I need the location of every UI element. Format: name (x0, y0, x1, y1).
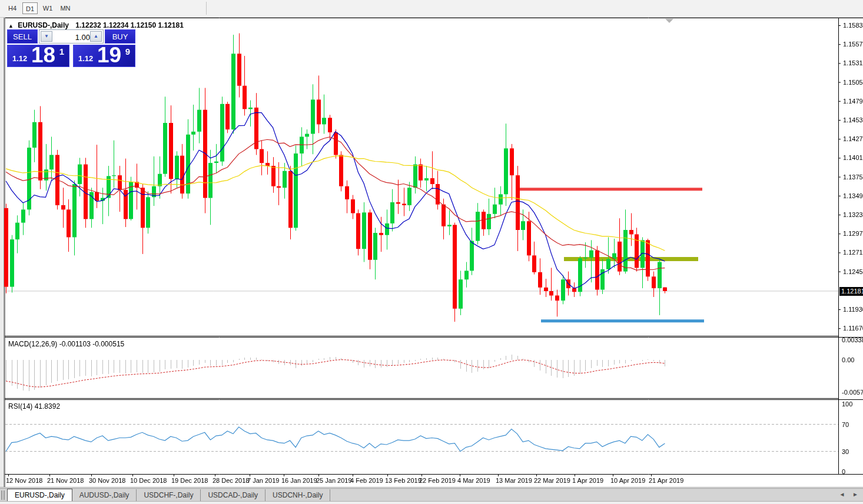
buy-price-prefix: 1.12 (78, 54, 93, 63)
date-tick-label: 25 Jan 2019 (316, 477, 352, 484)
chart-tabs: EURUSD-,DailyAUDUSD-,DailyUSDCHF-,DailyU… (7, 489, 330, 502)
date-tick-label: 1 Apr 2019 (572, 477, 603, 484)
chart-tab-eurusd[interactable]: EURUSD-,Daily (7, 489, 72, 502)
rsi-scale-label: 0 (842, 468, 845, 475)
ohlc-direction-up-icon: ▲ (8, 23, 14, 29)
buy-price-button[interactable]: 1.12 19 9 (73, 45, 135, 67)
date-tick-label: 19 Dec 2018 (171, 477, 208, 484)
date-tick-label: 10 Apr 2019 (610, 477, 645, 484)
chart-tab-bar: EURUSD-,DailyAUDUSD-,DailyUSDCHF-,DailyU… (0, 488, 863, 502)
volume-input[interactable] (55, 31, 91, 43)
price-tick-label: 1.11670 (843, 325, 863, 332)
date-tick-label: 22 Feb 2019 (419, 477, 456, 484)
price-tick-label: 1.15310 (843, 59, 863, 66)
tabbar-grip (4, 490, 5, 500)
price-tick-label: 1.14010 (843, 154, 863, 161)
chart-tab-usdcnh[interactable]: USDCNH-,Daily (265, 489, 330, 502)
price-tick-label: 1.15570 (843, 41, 863, 48)
current-price-badge: 1.12181 (839, 287, 863, 296)
sell-price-pip: 1 (59, 46, 64, 56)
rsi-scale-label: 30 (842, 448, 849, 455)
symbol-name: EURUSD-,Daily (18, 21, 69, 29)
price-tick-label: 1.15050 (843, 79, 863, 86)
price-tick-label: 1.12450 (843, 268, 863, 275)
price-tick-label: 1.11930 (843, 306, 863, 313)
one-click-trading-panel: SELL ▼ ▲ BUY 1.12 18 1 1.12 19 9 (7, 29, 135, 67)
buy-price-pip: 9 (125, 46, 130, 56)
date-tick-label: 7 Jan 2019 (247, 477, 279, 484)
price-tick-label: 1.12710 (843, 249, 863, 256)
volume-decrease-button[interactable]: ▼ (41, 31, 52, 42)
date-tick-label: 4 Mar 2019 (457, 477, 490, 484)
sell-button[interactable]: SELL (7, 29, 38, 44)
price-tick-label: 1.12970 (843, 230, 863, 237)
buy-price-main: 19 (97, 43, 121, 68)
chart-tab-usdchf[interactable]: USDCHF-,Daily (137, 489, 201, 502)
date-tick-label: 30 Nov 2018 (89, 477, 125, 484)
date-tick-label: 13 Mar 2019 (496, 477, 532, 484)
date-tick-label: 4 Feb 2019 (350, 477, 383, 484)
date-tick-label: 12 Nov 2018 (6, 477, 42, 484)
buy-button[interactable]: BUY (105, 29, 135, 44)
mt4-window: { "toolbar": { "tabs": [ {"label": "H4",… (0, 0, 863, 504)
sell-price-main: 18 (31, 43, 55, 68)
date-tick-label: 28 Dec 2018 (213, 477, 249, 484)
macd-scale-label: -0.00574 (842, 389, 863, 396)
price-tick-label: 1.15830 (843, 22, 863, 29)
price-tick-label: 1.14530 (843, 116, 863, 124)
price-tick-label: 1.14790 (843, 98, 863, 105)
date-tick-label: 16 Jan 2019 (281, 477, 317, 484)
macd-scale-label: 0.003386 (842, 336, 863, 343)
volume-spinner: ▼ ▲ (39, 29, 104, 44)
tabbar-grip (1, 490, 2, 500)
date-tick-label: 21 Nov 2018 (47, 477, 84, 484)
sell-price-button[interactable]: 1.12 18 1 (7, 45, 69, 67)
date-tick-label: 13 Feb 2019 (385, 477, 421, 484)
chart-tab-audusd[interactable]: AUDUSD-,Daily (72, 489, 137, 502)
date-tick-label: 21 Apr 2019 (649, 477, 683, 484)
chart-symbol-header: ▲ EURUSD-,Daily 1.12232 1.12234 1.12150 … (8, 21, 184, 29)
price-tick-label: 1.14270 (843, 135, 863, 142)
ohlc-values: 1.12232 1.12234 1.12150 1.12181 (75, 21, 184, 29)
chart-canvas[interactable] (0, 0, 863, 504)
tab-scroll-right-icon[interactable]: ► (852, 491, 858, 498)
date-tick-label: 22 Mar 2019 (534, 477, 570, 484)
volume-increase-button[interactable]: ▲ (90, 31, 102, 42)
window-bottom-edge (0, 501, 863, 504)
price-tick-label: 1.13490 (843, 192, 863, 199)
rsi-scale-label: 70 (842, 421, 849, 428)
date-tick-label: 10 Dec 2018 (130, 477, 167, 484)
price-tick-label: 1.13230 (843, 211, 863, 218)
price-tick-label: 1.13750 (843, 173, 863, 181)
rsi-scale-label: 100 (842, 400, 852, 408)
rsi-indicator-label: RSI(14) 41.8392 (8, 402, 60, 410)
macd-scale-label: 0.00 (842, 356, 854, 363)
sell-price-prefix: 1.12 (12, 54, 27, 63)
tab-scroll-buttons: ◄ ► (833, 491, 858, 498)
macd-indicator-label: MACD(12,26,9) -0.001103 -0.000515 (8, 340, 124, 348)
tab-scroll-left-icon[interactable]: ◄ (839, 491, 845, 498)
chart-tab-usdcad[interactable]: USDCAD-,Daily (201, 489, 265, 502)
